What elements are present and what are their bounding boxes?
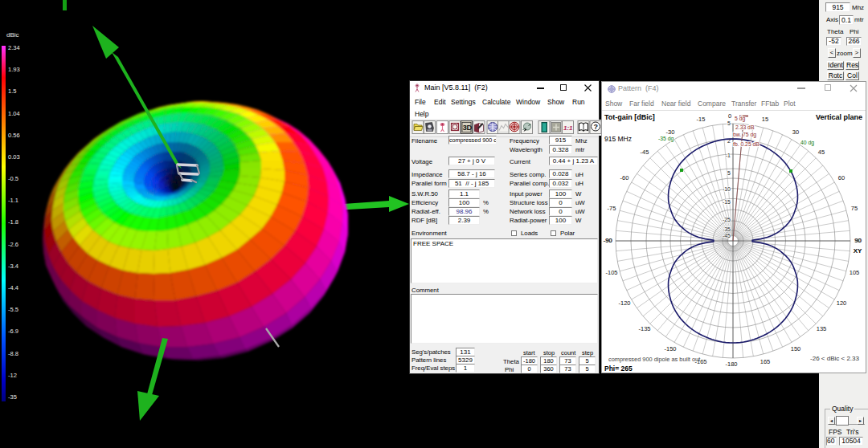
svg-text:-60: -60 [620,174,629,181]
svg-text:150: 150 [791,345,801,352]
svg-text:bw. 75 dg: bw. 75 dg [733,132,756,138]
svg-text:-1: -1 [726,153,731,158]
svg-text:15: 15 [762,116,768,123]
svg-text:40 dg: 40 dg [800,140,814,146]
svg-text:5: 5 [727,170,731,176]
svg-text:135: 135 [817,325,827,332]
svg-text:-45: -45 [723,233,731,238]
svg-text:-45: -45 [641,149,649,156]
svg-text:-135: -135 [638,325,650,332]
svg-text:-15: -15 [723,199,731,205]
svg-text:120: 120 [837,299,847,307]
svg-text:-30: -30 [666,128,675,136]
svg-text:-35: -35 [723,226,731,232]
svg-text:165: 165 [760,358,771,365]
svg-text:XY: XY [854,247,862,255]
svg-text:-10: -10 [723,186,731,192]
svg-text:5: 5 [727,120,731,126]
svg-text:?: ? [594,123,599,131]
svg-text:105: 105 [850,269,860,276]
svg-text:0: 0 [728,112,731,120]
svg-text:-35 dg: -35 dg [658,136,674,142]
svg-text:-105: -105 [605,269,617,276]
svg-text:2.33 dB: 2.33 dB [735,124,755,130]
svg-text:5 dg: 5 dg [735,116,745,122]
svg-text:-180: -180 [725,360,737,368]
svg-text:-25: -25 [723,217,731,222]
svg-text:-75: -75 [608,205,616,212]
svg-text:60: 60 [838,174,845,181]
svg-text:-120: -120 [618,299,630,307]
svg-text:-15: -15 [697,116,706,123]
svg-text:D: D [467,123,473,132]
svg-text:30: 30 [792,128,799,136]
svg-text:1:1: 1:1 [563,124,573,132]
svg-text:45: 45 [818,149,825,156]
svg-text:75: 75 [851,205,858,212]
svg-text:-150: -150 [664,345,676,352]
svg-text:fb. 0.25 dB: fb. 0.25 dB [733,141,760,147]
